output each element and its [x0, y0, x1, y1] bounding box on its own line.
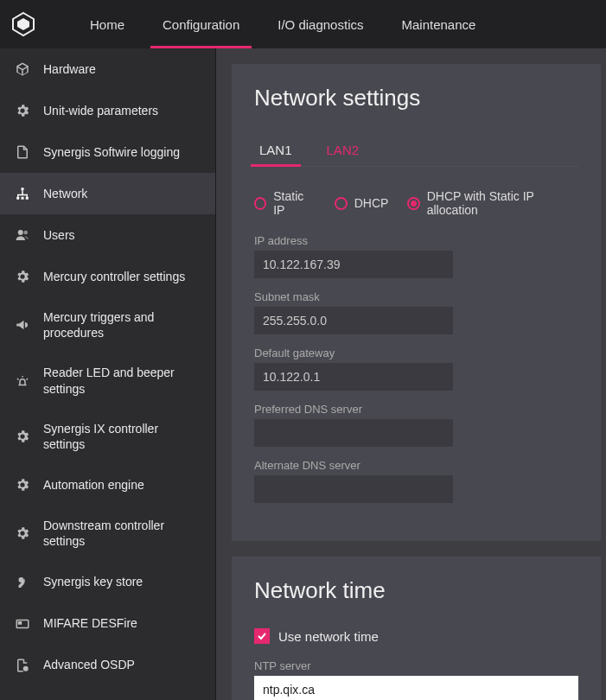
sidebar-item-label: Synergis key store: [43, 574, 143, 589]
ntp-server-input[interactable]: [254, 676, 578, 700]
topnav-maintenance[interactable]: Maintenance: [382, 0, 494, 48]
sidebar-item-synergis-ix[interactable]: Synergis IX controller settings: [0, 409, 215, 464]
radio-label: DHCP with Static IP allocation: [427, 189, 578, 217]
sidebar-item-users[interactable]: Users: [0, 214, 215, 256]
sidebar-item-label: Downstream controller settings: [43, 518, 201, 549]
panel-title: Network time: [254, 577, 578, 604]
ip-address-input[interactable]: [254, 251, 453, 278]
radio-label: DHCP: [354, 196, 389, 210]
svg-point-7: [24, 231, 29, 235]
topnav-home[interactable]: Home: [71, 0, 144, 48]
content: Network settings LAN1 LAN2 Static IP DHC…: [216, 48, 606, 700]
topnav: Home Configuration I/O diagnostics Maint…: [71, 0, 494, 48]
field-label: Subnet mask: [254, 290, 578, 303]
sidebar-item-hardware[interactable]: Hardware: [0, 48, 215, 90]
use-network-time-checkbox[interactable]: [254, 628, 270, 644]
gateway-input[interactable]: [254, 363, 453, 391]
document-icon: [14, 143, 31, 161]
svg-marker-1: [17, 18, 29, 30]
megaphone-icon: [14, 316, 31, 334]
key-icon: [14, 574, 31, 591]
field-subnet: Subnet mask: [254, 290, 578, 334]
sidebar-item-label: Hardware: [43, 61, 96, 77]
card-icon: [14, 615, 31, 633]
field-ip-address: IP address: [254, 234, 578, 278]
tab-lan1[interactable]: LAN1: [254, 136, 297, 166]
network-settings-panel: Network settings LAN1 LAN2 Static IP DHC…: [232, 64, 601, 541]
field-label: Alternate DNS server: [254, 459, 578, 472]
sidebar-item-label: MIFARE DESFire: [43, 615, 137, 631]
sidebar-item-label: Synergis Softwire logging: [43, 144, 180, 160]
app-logo: [10, 11, 36, 37]
topnav-configuration[interactable]: Configuration: [144, 0, 258, 48]
gear-icon: [14, 428, 31, 445]
field-gateway: Default gateway: [254, 347, 578, 391]
sidebar-item-label: Network: [43, 186, 87, 201]
sitemap-icon: [14, 185, 31, 202]
ip-mode-radios: Static IP DHCP DHCP with Static IP alloc…: [254, 189, 578, 217]
radio-dhcp[interactable]: DHCP: [335, 196, 389, 210]
radio-static-ip[interactable]: Static IP: [254, 189, 316, 217]
cube-icon: [14, 60, 31, 78]
svg-rect-5: [26, 197, 29, 200]
sidebar-item-downstream[interactable]: Downstream controller settings: [0, 506, 215, 561]
svg-point-10: [24, 666, 29, 671]
field-label: NTP server: [254, 659, 578, 672]
tab-lan2[interactable]: LAN2: [322, 136, 365, 166]
sidebar-item-network[interactable]: Network: [0, 173, 215, 214]
radio-icon: [254, 197, 266, 210]
sidebar-item-mifare[interactable]: MIFARE DESFire: [0, 603, 215, 645]
users-icon: [14, 226, 31, 244]
radio-label: Static IP: [273, 189, 315, 217]
lan-tabs: LAN1 LAN2: [254, 136, 578, 167]
sidebar-item-label: Advanced OSDP: [43, 657, 135, 672]
sidebar-item-osdp[interactable]: Advanced OSDP: [0, 645, 215, 686]
sidebar-item-automation[interactable]: Automation engine: [0, 464, 215, 506]
sidebar-item-logging[interactable]: Synergis Softwire logging: [0, 131, 215, 173]
sidebar-item-mercury-triggers[interactable]: Mercury triggers and procedures: [0, 297, 215, 353]
sidebar-item-label: Synergis IX controller settings: [43, 421, 201, 452]
doc-gear-icon: [14, 657, 31, 674]
gear-icon: [14, 102, 31, 119]
radio-icon: [335, 197, 348, 210]
radio-dhcp-static[interactable]: DHCP with Static IP allocation: [407, 189, 578, 217]
svg-rect-4: [22, 197, 24, 200]
sidebar-item-label: Reader LED and beeper settings: [43, 365, 201, 396]
sidebar: Hardware Unit-wide parameters Synergis S…: [0, 48, 216, 700]
field-dns1: Preferred DNS server: [254, 403, 578, 447]
checkbox-label: Use network time: [278, 629, 379, 644]
field-label: Default gateway: [254, 347, 578, 360]
field-label: IP address: [254, 234, 578, 247]
sidebar-item-label: Automation engine: [43, 477, 144, 493]
field-ntp: NTP server: [254, 659, 578, 700]
svg-rect-2: [22, 188, 24, 190]
field-dns2: Alternate DNS server: [254, 459, 578, 503]
sidebar-item-label: Mercury controller settings: [43, 269, 185, 284]
subnet-input[interactable]: [254, 307, 453, 334]
sidebar-item-mercury-controller[interactable]: Mercury controller settings: [0, 256, 215, 297]
topbar: Home Configuration I/O diagnostics Maint…: [0, 0, 606, 48]
gear-icon: [14, 476, 31, 493]
beacon-icon: [14, 372, 31, 390]
gear-icon: [14, 268, 31, 285]
radio-icon: [407, 197, 419, 210]
sidebar-item-keystore[interactable]: Synergis key store: [0, 562, 215, 603]
network-time-panel: Network time Use network time NTP server: [232, 557, 601, 700]
svg-rect-9: [19, 621, 22, 623]
panel-title: Network settings: [254, 85, 578, 111]
field-label: Preferred DNS server: [254, 403, 578, 416]
dns1-input[interactable]: [254, 419, 453, 447]
gear-icon: [14, 525, 31, 542]
svg-rect-3: [16, 197, 19, 200]
topnav-io-diagnostics[interactable]: I/O diagnostics: [258, 0, 382, 48]
sidebar-item-label: Mercury triggers and procedures: [43, 309, 201, 340]
sidebar-item-reader-led[interactable]: Reader LED and beeper settings: [0, 353, 215, 408]
use-network-time-row: Use network time: [254, 628, 578, 644]
sidebar-item-label: Users: [43, 227, 75, 243]
sidebar-item-label: Unit-wide parameters: [43, 103, 158, 118]
dns2-input[interactable]: [254, 475, 453, 503]
sidebar-item-unit-wide[interactable]: Unit-wide parameters: [0, 90, 215, 131]
svg-point-6: [18, 230, 23, 235]
